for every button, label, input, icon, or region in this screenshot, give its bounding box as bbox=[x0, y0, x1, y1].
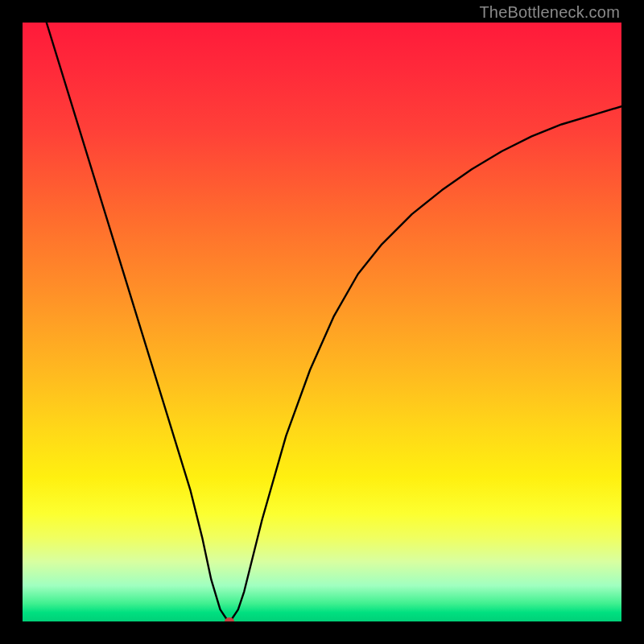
plot-area bbox=[23, 23, 621, 621]
min-marker-dot bbox=[225, 617, 234, 621]
watermark-text: TheBottleneck.com bbox=[479, 3, 620, 22]
chart-frame: TheBottleneck.com bbox=[0, 0, 644, 644]
data-curve bbox=[23, 23, 621, 621]
